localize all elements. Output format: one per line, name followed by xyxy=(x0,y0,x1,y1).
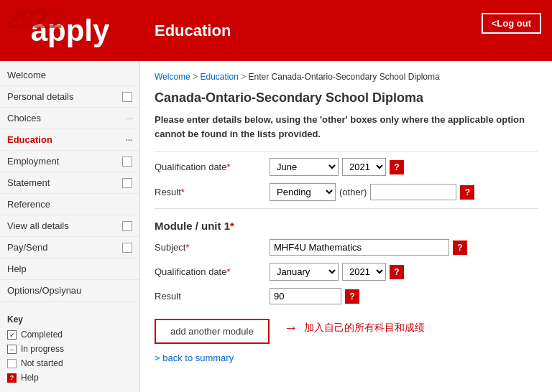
qualification-date-help-button[interactable]: ? xyxy=(390,160,404,174)
help-key-label: Help xyxy=(21,373,39,383)
notstarted-label: Not started xyxy=(21,358,63,368)
key-notstarted: Not started xyxy=(0,356,139,370)
header: 2021 apply Education <Log out xyxy=(0,0,552,61)
module-qual-date-label: Qualification date* xyxy=(155,266,270,277)
education-indicator: ··· xyxy=(126,136,132,144)
logo: 2021 apply xyxy=(0,0,140,61)
result-label: Result* xyxy=(155,187,270,197)
main-content: Welcome > Education > Enter Canada-Ontar… xyxy=(140,61,552,392)
breadcrumb-education[interactable]: Education xyxy=(200,72,238,82)
sidebar-item-help[interactable]: Help xyxy=(0,258,139,280)
key-inprogress: In progress xyxy=(0,342,139,356)
sidebar-item-label: Help xyxy=(7,263,27,274)
breadcrumb-current: Enter Canada-Ontario-Secondary School Di… xyxy=(249,72,440,82)
sidebar-item-label: Choices xyxy=(7,113,41,123)
arrow-icon: → xyxy=(284,319,298,336)
divider2 xyxy=(155,208,538,209)
module-result-row: Result 90 ? xyxy=(155,288,538,304)
back-link[interactable]: > back to summary xyxy=(155,353,234,363)
sidebar-item-label: Reference xyxy=(7,199,50,210)
inprogress-label: In progress xyxy=(21,344,64,354)
view-all-checkbox xyxy=(122,221,132,231)
instruction-text: Please enter details below, using the 'o… xyxy=(155,113,538,141)
module-result-input[interactable]: 90 xyxy=(270,288,341,304)
breadcrumb-welcome[interactable]: Welcome xyxy=(155,72,190,82)
subject-row: Subject* MHF4U Mathematics ? xyxy=(155,239,538,256)
sidebar-item-label: View all details xyxy=(7,220,69,231)
sidebar-item-employment[interactable]: Employment xyxy=(0,151,139,172)
module-result-label: Result xyxy=(155,291,270,302)
personal-details-checkbox xyxy=(122,92,132,102)
completed-icon xyxy=(7,330,17,340)
key-completed: Completed xyxy=(0,327,139,342)
subject-help-button[interactable]: ? xyxy=(453,241,467,255)
sidebar-item-reference[interactable]: Reference xyxy=(0,194,139,215)
result-row: Result* PendingPassFailDistinctionMerit … xyxy=(155,183,538,201)
sidebar-item-label: Pay/Send xyxy=(7,242,47,253)
module-qual-date-controls: JanuaryFebruaryMarchAprilMayJuneJulyAugu… xyxy=(270,263,404,281)
qualification-month-select[interactable]: JanuaryFebruaryMarchAprilMayJuneJulyAugu… xyxy=(270,158,339,176)
completed-label: Completed xyxy=(21,330,63,340)
module-result-help-button[interactable]: ? xyxy=(345,289,359,304)
notstarted-icon xyxy=(7,359,17,368)
qualification-date-row: Qualification date* JanuaryFebruaryMarch… xyxy=(155,158,538,176)
layout: Welcome Personal details Choices ··· Edu… xyxy=(0,61,552,392)
module-qual-date-help-button[interactable]: ? xyxy=(390,265,404,279)
key-help: Help xyxy=(0,370,139,385)
subject-label: Subject* xyxy=(155,242,270,253)
sidebar-item-options[interactable]: Options/Opsiynau xyxy=(0,280,139,302)
sidebar-item-view-all[interactable]: View all details xyxy=(0,215,139,237)
module-qual-date-row: Qualification date* JanuaryFebruaryMarch… xyxy=(155,263,538,281)
divider xyxy=(155,151,538,152)
sidebar-item-label: Personal details xyxy=(7,91,74,102)
qualification-date-controls: JanuaryFebruaryMarchAprilMayJuneJulyAugu… xyxy=(270,158,404,176)
sidebar-item-statement[interactable]: Statement xyxy=(0,172,139,194)
sidebar-item-personal-details[interactable]: Personal details xyxy=(0,86,139,108)
sidebar-item-label: Education xyxy=(7,134,52,145)
logout-button[interactable]: <Log out xyxy=(482,13,541,34)
breadcrumb: Welcome > Education > Enter Canada-Ontar… xyxy=(155,68,538,82)
sidebar-item-label: Welcome xyxy=(7,70,46,80)
pay-send-checkbox xyxy=(122,243,132,253)
other-label: (other) xyxy=(339,187,367,197)
annotation: → 加入自己的所有科目和成绩 xyxy=(284,319,425,336)
result-help-button[interactable]: ? xyxy=(460,185,474,200)
result-other-input[interactable] xyxy=(370,184,456,200)
inprogress-icon xyxy=(7,345,17,354)
header-title: Education xyxy=(155,22,231,40)
module-heading: Module / unit 1* xyxy=(155,220,538,232)
add-module-button[interactable]: add another module xyxy=(155,319,270,344)
sidebar-item-label: Options/Opsiynau xyxy=(7,285,81,296)
annotation-text: 加入自己的所有科目和成绩 xyxy=(304,322,425,335)
subject-input[interactable]: MHF4U Mathematics xyxy=(270,239,449,256)
logo-year: 2021 xyxy=(6,4,61,34)
sidebar-item-label: Statement xyxy=(7,177,50,188)
result-controls: PendingPassFailDistinctionMerit (other) … xyxy=(270,183,474,201)
subject-controls: MHF4U Mathematics ? xyxy=(270,239,467,256)
sidebar-item-label: Employment xyxy=(7,156,59,167)
sidebar-item-pay-send[interactable]: Pay/Send xyxy=(0,237,139,258)
module-month-select[interactable]: JanuaryFebruaryMarchAprilMayJuneJulyAugu… xyxy=(270,263,339,281)
result-select[interactable]: PendingPassFailDistinctionMerit xyxy=(270,183,336,201)
module-year-select[interactable]: 2019202020212022 xyxy=(342,263,386,281)
module-result-controls: 90 ? xyxy=(270,288,359,304)
sidebar-item-education[interactable]: Education ··· xyxy=(0,129,139,151)
choices-indicator: ··· xyxy=(126,114,132,123)
help-icon xyxy=(7,373,17,383)
statement-checkbox xyxy=(122,178,132,188)
employment-checkbox xyxy=(122,157,132,167)
qualification-year-select[interactable]: 2019202020212022 xyxy=(342,158,386,176)
page-title: Canada-Ontario-Secondary School Diploma xyxy=(155,90,538,106)
key-label: Key xyxy=(0,309,139,327)
sidebar-item-welcome[interactable]: Welcome xyxy=(0,65,139,86)
sidebar-item-choices[interactable]: Choices ··· xyxy=(0,108,139,129)
sidebar: Welcome Personal details Choices ··· Edu… xyxy=(0,61,140,392)
qualification-date-label: Qualification date* xyxy=(155,162,270,172)
add-module-row: add another module → 加入自己的所有科目和成绩 xyxy=(155,312,538,344)
